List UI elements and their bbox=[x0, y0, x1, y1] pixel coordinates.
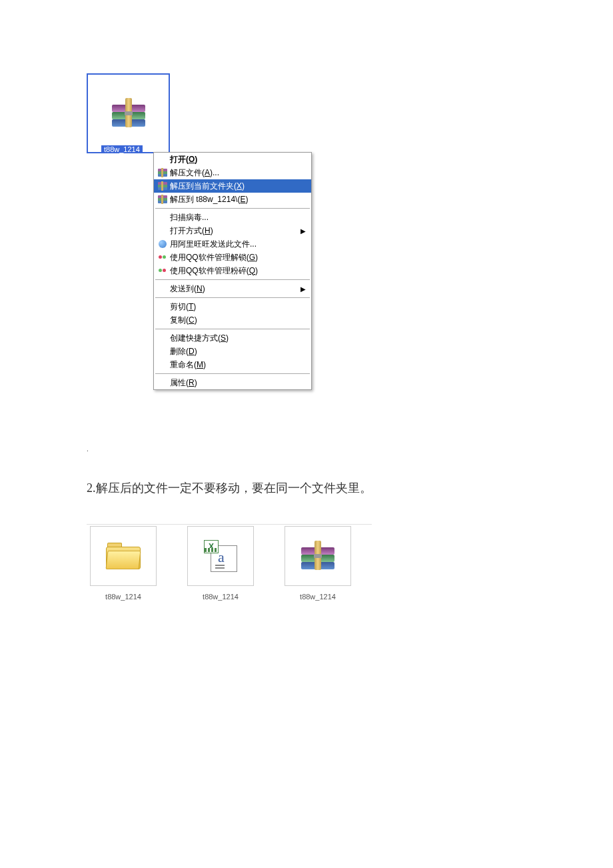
menu-qq-shred[interactable]: 使用QQ软件管理粉碎(Q) bbox=[154, 264, 311, 277]
menu-label: 使用QQ软件管理粉碎(Q) bbox=[169, 265, 311, 277]
menu-separator bbox=[155, 279, 310, 280]
rar-mini-icon bbox=[157, 167, 169, 178]
menu-cut[interactable]: 剪切(T) bbox=[154, 300, 311, 313]
globe-icon bbox=[157, 239, 169, 249]
menu-label: 解压到当前文件夹(X) bbox=[169, 181, 311, 192]
menu-label: 解压文件(A)... bbox=[169, 167, 311, 179]
menu-label: 打开方式(H) bbox=[169, 225, 311, 237]
menu-open[interactable]: 打开(O) bbox=[154, 153, 311, 166]
rar-archive-icon bbox=[112, 99, 145, 127]
menu-copy[interactable]: 复制(C) bbox=[154, 313, 311, 327]
menu-properties[interactable]: 属性(R) bbox=[154, 376, 311, 389]
menu-label: 解压到 t88w_1214\(E) bbox=[169, 194, 311, 205]
menu-separator bbox=[155, 297, 310, 298]
submenu-arrow-icon: ▶ bbox=[301, 285, 306, 293]
menu-label: 属性(R) bbox=[169, 377, 311, 389]
menu-separator bbox=[155, 329, 310, 329]
menu-scan-virus[interactable]: 扫描病毒... bbox=[154, 211, 311, 224]
menu-label: 打开(O) bbox=[169, 154, 311, 165]
extracted-files-row: t88w_1214 t88w_1214 t88w_1214 bbox=[87, 524, 372, 601]
qq-manager-icon bbox=[157, 265, 169, 276]
rar-archive-icon bbox=[301, 542, 334, 570]
file-label: t88w_1214 bbox=[281, 593, 354, 601]
menu-delete[interactable]: 删除(D) bbox=[154, 345, 311, 358]
file-folder[interactable]: t88w_1214 bbox=[87, 526, 160, 601]
menu-label: 扫描病毒... bbox=[169, 212, 311, 223]
menu-label: 重命名(M) bbox=[169, 359, 311, 371]
file-label: t88w_1214 bbox=[184, 593, 257, 601]
menu-extract-to-folder[interactable]: 解压到 t88w_1214\(E) bbox=[154, 193, 311, 206]
rar-mini-icon bbox=[157, 181, 169, 191]
menu-label: 删除(D) bbox=[169, 346, 311, 357]
menu-qq-unlock[interactable]: 使用QQ软件管理解锁(G) bbox=[154, 251, 311, 264]
folder-icon bbox=[106, 543, 141, 569]
menu-send-to[interactable]: 发送到(N) ▶ bbox=[154, 282, 311, 295]
menu-label: 剪切(T) bbox=[169, 301, 311, 313]
context-menu: 打开(O) 解压文件(A)... 解压到当前文件夹(X) 解压到 t88w_12… bbox=[153, 152, 312, 390]
menu-label: 用阿里旺旺发送此文件... bbox=[169, 239, 311, 250]
menu-label: 创建快捷方式(S) bbox=[169, 333, 311, 344]
menu-create-shortcut[interactable]: 创建快捷方式(S) bbox=[154, 331, 311, 345]
menu-rename[interactable]: 重命名(M) bbox=[154, 358, 311, 371]
file-archive[interactable]: t88w_1214 bbox=[281, 526, 354, 601]
menu-extract-files[interactable]: 解压文件(A)... bbox=[154, 166, 311, 179]
submenu-arrow-icon: ▶ bbox=[301, 227, 306, 235]
file-label: t88w_1214 bbox=[87, 593, 160, 601]
rar-mini-icon bbox=[157, 194, 169, 205]
menu-separator bbox=[155, 208, 310, 209]
ellipsis-mark: . bbox=[87, 445, 89, 453]
menu-label: 发送到(N) bbox=[169, 283, 311, 295]
selected-file-label: t88w_1214 bbox=[101, 145, 143, 153]
menu-label: 复制(C) bbox=[169, 315, 311, 326]
qq-manager-icon bbox=[157, 252, 169, 263]
selected-file[interactable]: t88w_1214 bbox=[87, 73, 170, 153]
excel-xml-icon bbox=[204, 540, 237, 572]
menu-extract-here[interactable]: 解压到当前文件夹(X) bbox=[154, 179, 311, 193]
menu-separator bbox=[155, 373, 310, 374]
menu-label: 使用QQ软件管理解锁(G) bbox=[169, 252, 311, 263]
menu-open-with[interactable]: 打开方式(H) ▶ bbox=[154, 224, 311, 237]
menu-aliwangwang-send[interactable]: 用阿里旺旺发送此文件... bbox=[154, 237, 311, 251]
step-caption: 2.解压后的文件一定不要移动，要在同一个文件夹里。 bbox=[87, 480, 372, 496]
file-excel[interactable]: t88w_1214 bbox=[184, 526, 257, 601]
